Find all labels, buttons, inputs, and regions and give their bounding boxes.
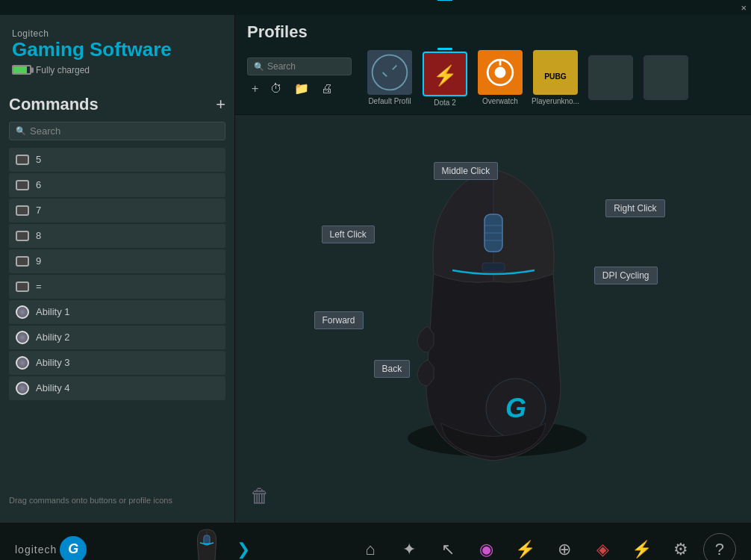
command-label: 7 [36, 205, 41, 216]
commands-list: 56789=Ability 1Ability 2Ability 3Ability… [9, 148, 225, 488]
trash-icon[interactable]: 🗑 [250, 485, 269, 507]
command-item[interactable]: = [9, 275, 225, 299]
effects-button[interactable]: ✦ [393, 533, 426, 561]
battery-label: Fully charged [36, 65, 90, 75]
title-bar: × [0, 0, 751, 15]
dpi-cycling-label[interactable]: DPI Cycling [594, 267, 658, 284]
key-icon [15, 228, 30, 243]
profile-active-dot [437, 48, 452, 50]
middle-click-label[interactable]: Middle Click [434, 162, 499, 180]
profile-item[interactable]: Overwatch [474, 50, 526, 105]
command-label: Ability 3 [36, 357, 70, 368]
commands-search-box[interactable]: 🔍 [9, 122, 225, 140]
key-icon [15, 178, 30, 193]
help-button[interactable]: ? [703, 533, 736, 561]
command-item[interactable]: 5 [9, 148, 225, 172]
command-label: Ability 4 [36, 382, 70, 393]
profile-item[interactable] [585, 55, 637, 100]
svg-rect-16 [482, 263, 505, 272]
devices-arrow-button[interactable]: ❯ [232, 533, 255, 561]
profile-search-input[interactable] [267, 61, 345, 72]
command-item[interactable]: 7 [9, 199, 225, 223]
ability-icon [15, 305, 30, 320]
command-label: 6 [36, 179, 41, 190]
key-icon [15, 279, 30, 294]
bottom-bar: logitech G ❯ ⌂ ✦ ↖ ◉ ⚡ ⊕ ◈ ⚡ ⚙ ? [0, 523, 751, 560]
commands-title: Commands [9, 95, 99, 114]
profile-label: Default Profil [368, 97, 411, 105]
profiles-title: Profiles [247, 22, 739, 42]
logo-text: logitech [15, 544, 57, 556]
app-title: Gaming Software [12, 39, 222, 60]
ability-icon [15, 330, 30, 345]
profile-label: Dota 2 [434, 99, 455, 107]
command-label: Ability 2 [36, 332, 70, 343]
logitech-logo: logitech G [15, 536, 87, 561]
key-icon [15, 152, 30, 167]
back-label[interactable]: Back [374, 360, 411, 378]
command-item[interactable]: Ability 3 [9, 351, 225, 375]
home-button[interactable]: ⌂ [354, 533, 387, 561]
right-click-label[interactable]: Right Click [605, 199, 664, 217]
drag-hint: Drag commands onto buttons or profile ic… [9, 493, 225, 508]
bottom-right-icons: ⌂ ✦ ↖ ◉ ⚡ ⊕ ◈ ⚡ ⚙ ? [354, 533, 736, 561]
profile-item[interactable]: PUBGPlayerunkno... [529, 50, 582, 105]
profile-icon: PUBG [533, 50, 578, 95]
svg-text:⚡: ⚡ [433, 63, 458, 87]
bottom-devices: ❯ [187, 529, 255, 560]
lightning-button[interactable]: ⚡ [626, 533, 658, 561]
close-button[interactable]: × [741, 3, 747, 13]
battery-row: Fully charged [12, 65, 222, 75]
right-panel: Profiles 🔍 + ⏱ 📁 🖨 Default [235, 15, 751, 523]
search-icon: 🔍 [16, 126, 26, 136]
main-container: Logitech Gaming Software Fully charged C… [0, 15, 751, 523]
ability-icon [15, 355, 30, 370]
command-item[interactable]: Ability 4 [9, 376, 225, 400]
commands-section: Commands + 🔍 56789=Ability 1Ability 2Abi… [0, 87, 234, 515]
device-mouse-icon[interactable] [187, 529, 228, 560]
commands-search-input[interactable] [30, 125, 219, 137]
command-item[interactable]: 8 [9, 224, 225, 248]
profile-folder-button[interactable]: 📁 [291, 80, 312, 97]
forward-label[interactable]: Forward [314, 311, 364, 329]
command-item[interactable]: Ability 1 [9, 300, 225, 324]
spectrum-button[interactable]: ◈ [587, 533, 620, 561]
battery-icon [12, 65, 31, 75]
profile-icon [367, 50, 412, 95]
ability-icon [15, 381, 30, 396]
logo-g-icon: G [60, 536, 87, 561]
key-icon [15, 254, 30, 269]
profile-item[interactable]: ⚡Dota 2 [419, 48, 471, 107]
profile-history-button[interactable]: ⏱ [267, 81, 285, 97]
profile-print-button[interactable]: 🖨 [318, 81, 336, 97]
left-click-label[interactable]: Left Click [322, 225, 375, 243]
profile-item[interactable] [640, 55, 692, 100]
app-brand: Logitech [12, 28, 222, 39]
command-label: 8 [36, 230, 41, 241]
svg-point-6 [495, 66, 506, 78]
color-button[interactable]: ◉ [470, 533, 503, 561]
profiles-row: 🔍 + ⏱ 📁 🖨 Default Profil⚡Dota 2Overwatch… [247, 48, 739, 107]
app-header: Logitech Gaming Software Fully charged [0, 22, 234, 87]
battery-status-button[interactable]: ⚡ [509, 533, 542, 561]
command-label: 5 [36, 154, 41, 165]
mouse-area: G Middle Click Right Click Left Click DP… [235, 115, 751, 523]
add-profile-button[interactable]: + [249, 81, 261, 97]
trash-area: 🗑 [250, 485, 269, 508]
pointer-button[interactable]: ↖ [431, 533, 464, 561]
settings-button[interactable]: ⚙ [664, 533, 697, 561]
profile-empty-slot [588, 55, 633, 100]
command-item[interactable]: Ability 2 [9, 326, 225, 349]
command-label: = [36, 281, 42, 292]
crosshair-button[interactable]: ⊕ [548, 533, 581, 561]
command-item[interactable]: 9 [9, 249, 225, 273]
profile-search-icon: 🔍 [254, 62, 264, 72]
profile-item[interactable]: Default Profil [364, 50, 416, 105]
command-item[interactable]: 6 [9, 173, 225, 197]
profile-search-box[interactable]: 🔍 [247, 57, 352, 75]
svg-text:G: G [505, 393, 526, 423]
add-command-button[interactable]: + [216, 96, 225, 113]
left-panel: Logitech Gaming Software Fully charged C… [0, 15, 235, 523]
profile-empty-slot [644, 55, 688, 100]
profile-icons-list: Default Profil⚡Dota 2OverwatchPUBGPlayer… [364, 48, 692, 107]
